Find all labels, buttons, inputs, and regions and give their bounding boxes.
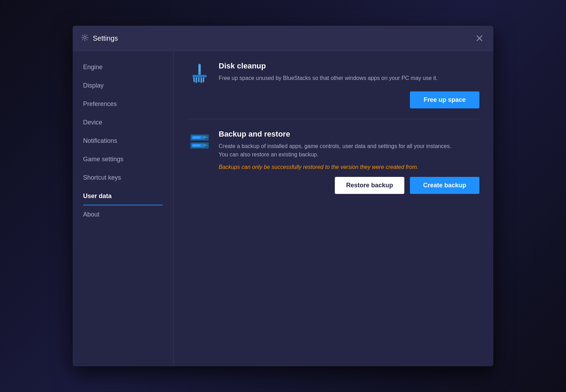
dialog-body: Engine Display Preferences Device Notifi… [73, 51, 493, 366]
sidebar-item-shortcut-keys[interactable]: Shortcut keys [73, 169, 173, 187]
create-backup-button[interactable]: Create backup [410, 177, 479, 194]
main-content: Disk cleanup Free up space unused by Blu… [173, 51, 493, 366]
backup-restore-description: Create a backup of installed apps, game … [219, 142, 455, 159]
svg-rect-16 [207, 137, 208, 138]
backup-restore-title: Backup and restore [219, 130, 479, 139]
backup-restore-actions: Restore backup Create backup [187, 177, 479, 194]
svg-rect-22 [207, 145, 208, 146]
svg-rect-6 [196, 77, 197, 83]
free-up-space-button[interactable]: Free up space [410, 91, 479, 108]
backup-restore-header: Backup and restore Create a backup of in… [187, 130, 479, 171]
sidebar-item-engine[interactable]: Engine [73, 58, 173, 76]
disk-cleanup-icon [187, 62, 212, 86]
svg-rect-20 [193, 145, 200, 146]
sidebar-item-notifications[interactable]: Notifications [73, 132, 173, 150]
sidebar-item-user-data[interactable]: User data [73, 187, 173, 205]
disk-cleanup-text: Disk cleanup Free up space unused by Blu… [219, 62, 479, 82]
restore-backup-button[interactable]: Restore backup [335, 177, 404, 194]
svg-rect-14 [193, 137, 200, 138]
svg-rect-15 [204, 137, 206, 138]
disk-cleanup-header: Disk cleanup Free up space unused by Blu… [187, 62, 479, 86]
disk-cleanup-section: Disk cleanup Free up space unused by Blu… [187, 62, 479, 108]
svg-rect-10 [199, 65, 200, 71]
svg-rect-21 [204, 145, 206, 146]
svg-rect-5 [193, 77, 195, 82]
settings-dialog: Settings Engine Display Preferences Devi… [73, 26, 493, 366]
backup-restore-section: Backup and restore Create a backup of in… [187, 130, 479, 194]
sidebar: Engine Display Preferences Device Notifi… [73, 51, 173, 366]
backup-restore-text: Backup and restore Create a backup of in… [219, 130, 479, 171]
sidebar-item-display[interactable]: Display [73, 76, 173, 95]
backup-restore-icon [187, 130, 212, 154]
svg-rect-8 [201, 77, 202, 83]
svg-point-0 [84, 36, 86, 39]
backup-warning-text: Backups can only be successfully restore… [219, 163, 479, 171]
section-divider [187, 119, 479, 119]
dialog-title: Settings [93, 34, 474, 42]
title-bar: Settings [73, 26, 493, 51]
sidebar-item-device[interactable]: Device [73, 113, 173, 132]
svg-rect-9 [202, 77, 204, 82]
svg-rect-4 [193, 75, 207, 77]
svg-rect-7 [198, 77, 200, 82]
sidebar-item-about[interactable]: About [73, 205, 173, 224]
disk-cleanup-description: Free up space unused by BlueStacks so th… [219, 74, 455, 82]
disk-cleanup-title: Disk cleanup [219, 62, 479, 71]
sidebar-item-preferences[interactable]: Preferences [73, 95, 173, 113]
settings-icon [81, 34, 89, 43]
close-button[interactable] [474, 33, 485, 44]
sidebar-item-game-settings[interactable]: Game settings [73, 150, 173, 169]
disk-cleanup-actions: Free up space [187, 91, 479, 108]
